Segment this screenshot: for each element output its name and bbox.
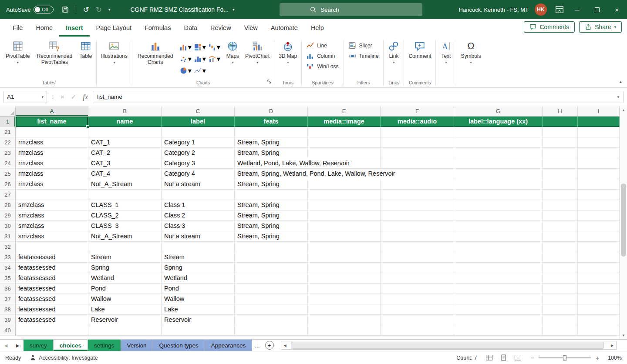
cell-G36[interactable] — [454, 284, 543, 294]
cell-I24[interactable] — [578, 158, 620, 169]
comments-button[interactable]: Comments — [524, 21, 575, 33]
cell-D40[interactable] — [235, 325, 308, 336]
new-comment-button[interactable]: Comment — [405, 37, 434, 60]
cell-E21[interactable] — [308, 127, 381, 137]
row-header-35[interactable]: 35 — [0, 273, 16, 284]
column-header-D[interactable]: D — [235, 106, 308, 116]
row-header-23[interactable]: 23 — [0, 148, 16, 158]
cell-G28[interactable] — [454, 200, 543, 210]
cell-B36[interactable]: Pond — [88, 284, 162, 294]
column-header-B[interactable]: B — [88, 106, 162, 116]
sheet-tab-choices[interactable]: choices — [54, 340, 88, 351]
cell-B35[interactable]: Wetland — [88, 273, 162, 284]
undo-icon[interactable]: ↺ — [83, 6, 89, 13]
illustrations-button[interactable]: Illustrations ▾ — [98, 37, 131, 66]
cell-H36[interactable] — [543, 284, 578, 294]
insert-column-chart-button[interactable]: ▾ — [179, 41, 193, 53]
table-button[interactable]: Table — [76, 37, 95, 60]
cell-E23[interactable] — [308, 148, 381, 158]
cell-H40[interactable] — [543, 325, 578, 336]
cell-D37[interactable] — [235, 294, 308, 304]
insert-hierarchy-chart-button[interactable]: ▾ — [193, 41, 207, 53]
cell-C22[interactable]: Category 1 — [162, 137, 235, 148]
cell-D23[interactable]: Stream, Spring — [235, 148, 308, 158]
cell-D1[interactable]: feats — [235, 117, 308, 127]
cell-C33[interactable]: Stream — [162, 252, 235, 263]
cell-G38[interactable] — [454, 304, 543, 315]
insert-combo-chart-button[interactable]: ▾ — [208, 53, 222, 64]
cell-I27[interactable] — [578, 190, 620, 200]
cell-A40[interactable] — [16, 325, 88, 336]
vertical-scroll-thumb[interactable] — [621, 184, 626, 257]
row-header-1[interactable]: 1 — [0, 117, 16, 127]
cancel-button[interactable]: × — [59, 93, 66, 100]
cell-G27[interactable] — [454, 190, 543, 200]
cell-A31[interactable]: smzclass — [16, 231, 88, 242]
cell-B30[interactable]: CLASS_3 — [88, 221, 162, 231]
cell-H23[interactable] — [543, 148, 578, 158]
cell-F30[interactable] — [381, 221, 454, 231]
cell-C38[interactable]: Lake — [162, 304, 235, 315]
cell-H21[interactable] — [543, 127, 578, 137]
row-header-31[interactable]: 31 — [0, 231, 16, 242]
cell-D24[interactable]: Wetland, Pond, Lake, Wallow, Reservoir — [235, 158, 381, 169]
cell-F33[interactable] — [381, 252, 454, 263]
cell-C30[interactable]: Class 3 — [162, 221, 235, 231]
zoom-slider-handle[interactable] — [563, 355, 566, 361]
tab-view[interactable]: View — [238, 19, 264, 37]
cell-C40[interactable] — [162, 325, 235, 336]
cell-G37[interactable] — [454, 294, 543, 304]
cell-G39[interactable] — [454, 315, 543, 325]
cell-A38[interactable]: featassessed — [16, 304, 88, 315]
ribbon-display-options-icon[interactable] — [555, 5, 564, 14]
cell-A1[interactable]: list_name — [16, 117, 88, 127]
cell-E27[interactable] — [308, 190, 381, 200]
column-header-I[interactable]: I — [578, 106, 620, 116]
sparkline-line-button[interactable]: Line — [303, 41, 342, 50]
cell-I22[interactable] — [578, 137, 620, 148]
cell-B22[interactable]: CAT_1 — [88, 137, 162, 148]
maps-button[interactable]: Maps ▾ — [223, 37, 242, 66]
cell-D27[interactable] — [235, 190, 308, 200]
symbols-button[interactable]: Ω Symbols ▾ — [458, 37, 484, 66]
row-header-28[interactable]: 28 — [0, 200, 16, 210]
tab-home[interactable]: Home — [29, 19, 59, 37]
cell-A24[interactable]: rmzclass — [16, 158, 88, 169]
row-header-36[interactable]: 36 — [0, 284, 16, 294]
cell-B25[interactable]: CAT_4 — [88, 169, 162, 179]
row-header-26[interactable]: 26 — [0, 179, 16, 190]
cell-I40[interactable] — [578, 325, 620, 336]
cell-G32[interactable] — [454, 242, 543, 252]
cell-I32[interactable] — [578, 242, 620, 252]
cell-I37[interactable] — [578, 294, 620, 304]
cell-D21[interactable] — [235, 127, 308, 137]
cell-E1[interactable]: media::image — [308, 117, 381, 127]
cell-E26[interactable] — [308, 179, 381, 190]
cell-H39[interactable] — [543, 315, 578, 325]
cell-A27[interactable] — [16, 190, 88, 200]
link-button[interactable]: Link ▾ — [385, 37, 402, 66]
autosave-toggle[interactable]: Off — [34, 6, 54, 13]
cell-F27[interactable] — [381, 190, 454, 200]
cell-B33[interactable]: Stream — [88, 252, 162, 263]
cell-F37[interactable] — [381, 294, 454, 304]
cell-D32[interactable] — [235, 242, 308, 252]
cell-H33[interactable] — [543, 252, 578, 263]
cell-D28[interactable]: Stream, Spring — [235, 200, 308, 210]
cell-F29[interactable] — [381, 210, 454, 221]
name-box[interactable]: A1 ▾ — [3, 91, 47, 103]
cell-E29[interactable] — [308, 210, 381, 221]
column-header-A[interactable]: A — [16, 106, 88, 116]
cell-D39[interactable] — [235, 315, 308, 325]
row-header-40[interactable]: 40 — [0, 325, 16, 336]
cell-H26[interactable] — [543, 179, 578, 190]
fill-handle[interactable] — [86, 125, 89, 128]
pivottable-button[interactable]: PivotTable ▾ — [3, 37, 33, 66]
cell-E32[interactable] — [308, 242, 381, 252]
horizontal-scroll-track[interactable] — [289, 341, 609, 349]
pivotchart-button[interactable]: PivotChart ▾ — [242, 37, 273, 66]
cell-H37[interactable] — [543, 294, 578, 304]
cell-F21[interactable] — [381, 127, 454, 137]
expand-formula-bar-icon[interactable]: ▾ — [617, 95, 619, 99]
cell-C35[interactable]: Wetland — [162, 273, 235, 284]
